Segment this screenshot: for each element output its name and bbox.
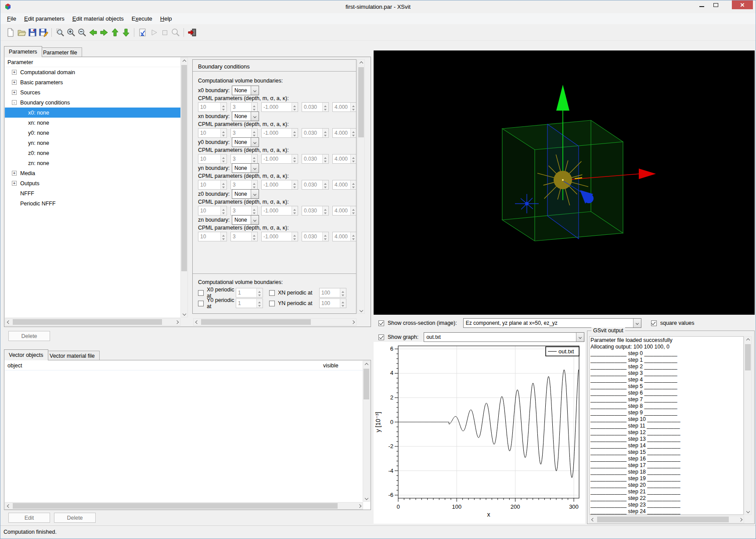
- boundary-combo[interactable]: None: [232, 189, 259, 199]
- boundary-combo[interactable]: None: [232, 215, 259, 225]
- gsvit-horizontal-scrollbar[interactable]: [589, 516, 744, 523]
- cpml-depth-spinner[interactable]: 10: [198, 128, 227, 138]
- cpml-m-spinner[interactable]: 3: [230, 180, 258, 190]
- cpml-kappa-spinner[interactable]: 4.000: [332, 232, 356, 241]
- cpml-sigma-spinner[interactable]: -1.000: [261, 154, 298, 164]
- periodic-checkbox[interactable]: [198, 301, 204, 306]
- tree-item[interactable]: - Boundary conditions: [5, 97, 180, 108]
- tree-expander[interactable]: +: [12, 171, 17, 176]
- tab-parameter-file[interactable]: Parameter file: [38, 47, 82, 57]
- preview-button[interactable]: [170, 27, 181, 38]
- tab-parameters[interactable]: Parameters: [4, 46, 42, 57]
- chevron-down-icon[interactable]: [251, 138, 259, 147]
- tree-item[interactable]: + Computational domain: [5, 67, 180, 77]
- save-file-button[interactable]: [27, 27, 38, 38]
- quit-button[interactable]: [187, 27, 198, 38]
- zoom-fit-button[interactable]: [54, 27, 65, 38]
- tree-item[interactable]: y0: none: [5, 128, 180, 138]
- save-file-as-button[interactable]: [38, 27, 49, 38]
- cpml-depth-spinner[interactable]: 10: [198, 206, 227, 216]
- panel-vertical-scrollbar[interactable]: [357, 59, 365, 314]
- tree-item[interactable]: + Outputs: [5, 178, 180, 188]
- cpml-kappa-spinner[interactable]: 4.000: [332, 154, 356, 164]
- cpml-kappa-spinner[interactable]: 4.000: [332, 180, 356, 190]
- close-button[interactable]: ✕: [732, 0, 753, 9]
- cpml-a-spinner[interactable]: 0.030: [302, 154, 329, 164]
- delete-object-button[interactable]: Delete: [54, 513, 96, 523]
- menu-item[interactable]: Edit parameters: [20, 14, 68, 24]
- chevron-down-icon[interactable]: [251, 216, 259, 224]
- new-file-button[interactable]: [5, 27, 16, 38]
- periodic-checkbox[interactable]: [198, 290, 204, 296]
- cpml-a-spinner[interactable]: 0.030: [302, 180, 329, 190]
- tree-vertical-scrollbar[interactable]: [180, 57, 188, 317]
- tree-item[interactable]: xn: none: [5, 118, 180, 128]
- column-header-object[interactable]: object: [5, 363, 323, 369]
- tree-item[interactable]: x0: none: [5, 108, 180, 118]
- cpml-m-spinner[interactable]: 3: [230, 206, 258, 216]
- edit-object-button[interactable]: Edit: [8, 513, 50, 523]
- chevron-down-icon[interactable]: [251, 112, 259, 121]
- go-forward-button[interactable]: [98, 27, 109, 38]
- cpml-depth-spinner[interactable]: 10: [198, 102, 227, 112]
- cpml-a-spinner[interactable]: 0.030: [302, 102, 329, 112]
- cpml-depth-spinner[interactable]: 10: [198, 154, 227, 164]
- chevron-down-icon[interactable]: [251, 86, 259, 95]
- tree-item[interactable]: + Basic parameters: [5, 77, 180, 87]
- tree-horizontal-scrollbar[interactable]: [5, 318, 180, 326]
- delete-parameter-button[interactable]: Delete: [8, 331, 50, 341]
- zoom-out-button[interactable]: [76, 27, 87, 38]
- chevron-down-icon[interactable]: [633, 319, 641, 327]
- tree-item[interactable]: yn: none: [5, 138, 180, 148]
- boundary-combo[interactable]: None: [232, 111, 259, 121]
- tree-expander[interactable]: +: [12, 181, 17, 186]
- chevron-down-icon[interactable]: [251, 164, 259, 172]
- menu-item[interactable]: File: [3, 14, 20, 24]
- show-graph-checkbox[interactable]: [378, 334, 384, 340]
- tab-vector-objects[interactable]: Vector objects: [4, 349, 48, 360]
- cpml-depth-spinner[interactable]: 10: [198, 180, 227, 190]
- cpml-sigma-spinner[interactable]: -1.000: [261, 206, 298, 216]
- open-file-button[interactable]: [16, 27, 27, 38]
- cpml-sigma-spinner[interactable]: -1.000: [261, 232, 298, 241]
- panel-horizontal-scrollbar[interactable]: [193, 318, 356, 326]
- periodic-checkbox[interactable]: [269, 301, 275, 306]
- gsvit-vertical-scrollbar[interactable]: [744, 336, 752, 515]
- tree-item[interactable]: Periodic NFFF: [5, 198, 180, 208]
- periodic-spinner[interactable]: 100: [319, 298, 346, 308]
- go-back-button[interactable]: [87, 27, 98, 38]
- cpml-a-spinner[interactable]: 0.030: [302, 232, 329, 241]
- chevron-down-icon[interactable]: [576, 333, 584, 341]
- tree-expander[interactable]: +: [12, 80, 17, 85]
- chevron-down-icon[interactable]: [251, 190, 259, 198]
- periodic-spinner[interactable]: 1: [236, 298, 263, 308]
- tree-expander[interactable]: +: [12, 90, 17, 95]
- maximize-button[interactable]: [709, 0, 722, 9]
- cpml-m-spinner[interactable]: 3: [230, 232, 258, 241]
- tree-item[interactable]: + Sources: [5, 87, 180, 97]
- cpml-sigma-spinner[interactable]: -1.000: [261, 128, 298, 138]
- zoom-in-button[interactable]: [65, 27, 76, 38]
- boundary-combo[interactable]: None: [232, 86, 259, 95]
- tree-item[interactable]: z0: none: [5, 148, 180, 158]
- check-parameters-button[interactable]: [137, 27, 148, 38]
- cpml-kappa-spinner[interactable]: 4.000: [332, 206, 356, 216]
- show-cross-section-checkbox[interactable]: [378, 320, 384, 326]
- vector-table-vertical-scrollbar[interactable]: [363, 361, 370, 502]
- tree-expander[interactable]: +: [12, 70, 17, 75]
- menu-item[interactable]: Execute: [128, 14, 156, 24]
- tree-expander[interactable]: -: [12, 100, 17, 105]
- run-simulation-button[interactable]: [148, 27, 159, 38]
- periodic-checkbox[interactable]: [269, 290, 275, 296]
- tree-item[interactable]: zn: none: [5, 158, 180, 168]
- cpml-m-spinner[interactable]: 3: [230, 154, 258, 164]
- stop-simulation-button[interactable]: [159, 27, 170, 38]
- cpml-sigma-spinner[interactable]: -1.000: [261, 102, 298, 112]
- graph-file-combo[interactable]: out.txt: [424, 332, 584, 342]
- cpml-kappa-spinner[interactable]: 4.000: [332, 102, 356, 112]
- square-values-checkbox[interactable]: [651, 320, 657, 326]
- boundary-combo[interactable]: None: [232, 137, 259, 147]
- go-down-button[interactable]: [120, 27, 131, 38]
- cross-section-combo[interactable]: Ez component, yz plane at x=50, ez_yz: [463, 318, 641, 328]
- cpml-m-spinner[interactable]: 3: [230, 128, 258, 138]
